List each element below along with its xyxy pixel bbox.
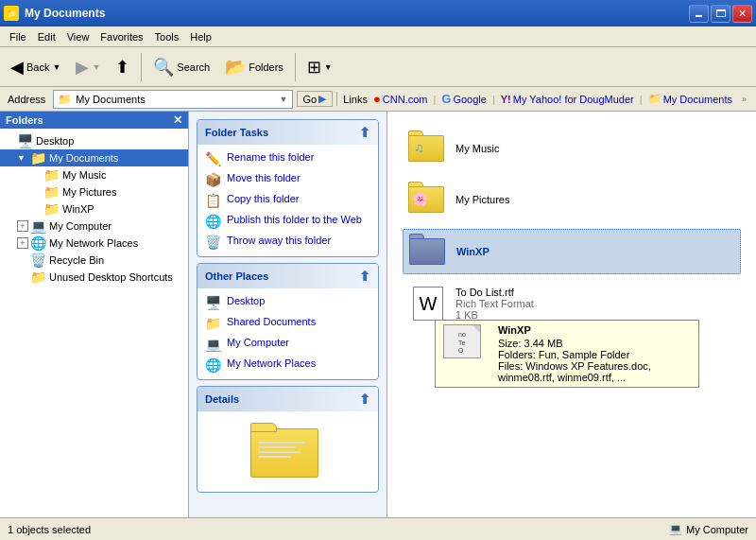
place-shareddocs[interactable]: 📁 Shared Documents	[203, 315, 372, 332]
google-link[interactable]: GGoogle	[441, 92, 487, 106]
mypictures-label: My Pictures	[455, 194, 509, 205]
other-places-title: Other Places	[205, 270, 268, 282]
tree-item-mydocs[interactable]: ▼ 📁 My Documents	[0, 149, 188, 166]
back-button[interactable]: ◀ Back ▼	[4, 53, 67, 81]
tree-label-winxp: WinXP	[62, 203, 94, 215]
tasks-scroll: Folder Tasks ⬆ ✏️ Rename this folder 📦 M…	[189, 112, 387, 517]
file-item-mymusic[interactable]: ♫ My Music	[403, 127, 741, 170]
file-item-winxp[interactable]: WinXP	[403, 229, 741, 274]
close-button[interactable]: ✕	[732, 5, 752, 23]
task-move[interactable]: 📦 Move this folder	[203, 171, 372, 188]
mypictures-folder-icon: 🌸	[408, 182, 448, 218]
expand-icon-mynetwork[interactable]: +	[17, 237, 28, 249]
right-panel: ♫ My Music 🌸 My Pictures WinXP	[387, 112, 756, 517]
up-button[interactable]: ⬆	[109, 53, 136, 81]
details-title: Details	[205, 393, 239, 405]
cnn-link[interactable]: ●CNN.com	[373, 92, 428, 106]
other-places-header[interactable]: Other Places ⬆	[198, 264, 378, 288]
copy-icon: 📋	[205, 193, 221, 208]
details-collapse-icon[interactable]: ⬆	[359, 392, 370, 407]
forward-dropdown-icon[interactable]: ▼	[92, 62, 100, 72]
shareddocs-icon: 📁	[205, 316, 221, 331]
task-copy[interactable]: 📋 Copy this folder	[203, 192, 372, 209]
status-text: 1 objects selected	[8, 524, 91, 535]
folders-icon: 📂	[225, 57, 246, 78]
folder-tasks-collapse-icon[interactable]: ⬆	[359, 125, 370, 140]
back-dropdown-icon[interactable]: ▼	[52, 62, 60, 72]
mynetwork-place-icon: 🌐	[205, 357, 221, 373]
folder-tab	[250, 423, 277, 432]
folder-tree: 🖥️ Desktop ▼ 📁 My Documents 📁 My Music 📁…	[0, 129, 188, 517]
mydocs-icon: 📁	[648, 93, 662, 105]
address-input[interactable]	[76, 94, 279, 105]
menu-view[interactable]: View	[61, 29, 95, 44]
tree-label-unused: Unused Desktop Shortcuts	[49, 271, 173, 283]
tree-label-mypictures: My Pictures	[62, 186, 116, 198]
address-dropdown-icon[interactable]: ▼	[280, 95, 288, 104]
tree-item-desktop[interactable]: 🖥️ Desktop	[0, 132, 188, 149]
google-icon: G	[441, 92, 451, 106]
unused-icon: 📁	[30, 270, 46, 285]
back-icon: ◀	[10, 57, 24, 78]
mymusic-icon: 📁	[43, 167, 60, 183]
tree-item-mynetwork[interactable]: + 🌐 My Network Places	[0, 235, 188, 252]
links-label: Links	[343, 94, 368, 105]
mypictures-icon: 📁	[43, 184, 60, 200]
other-places-collapse-icon[interactable]: ⬆	[359, 269, 370, 284]
forward-button[interactable]: ▶ ▼	[69, 53, 107, 81]
folder-body	[250, 428, 318, 478]
tree-item-recyclebin[interactable]: 🗑️ Recycle Bin	[0, 252, 188, 269]
tree-item-unused[interactable]: 📁 Unused Desktop Shortcuts	[0, 269, 188, 286]
tree-item-mymusic[interactable]: 📁 My Music	[0, 166, 188, 183]
place-desktop[interactable]: 🖥️ Desktop	[203, 294, 372, 311]
tree-item-mycomputer[interactable]: + 💻 My Computer	[0, 218, 188, 235]
menu-help[interactable]: Help	[184, 29, 217, 44]
tree-item-mypictures[interactable]: 📁 My Pictures	[0, 183, 188, 200]
file-item-mypictures[interactable]: 🌸 My Pictures	[403, 178, 741, 221]
tree-item-winxp[interactable]: 📁 WinXP	[0, 200, 188, 218]
go-button[interactable]: Go ▶	[297, 91, 334, 107]
menu-edit[interactable]: Edit	[32, 29, 61, 44]
menu-favorites[interactable]: Favorites	[94, 29, 148, 44]
search-button[interactable]: 🔍 Search	[146, 53, 216, 81]
place-mycomputer[interactable]: 💻 My Computer	[203, 336, 372, 353]
folders-panel-header: Folders ✕	[0, 112, 188, 129]
folders-button[interactable]: 📂 Folders	[218, 53, 290, 81]
task-rename[interactable]: ✏️ Rename this folder	[203, 150, 372, 167]
details-content	[198, 411, 378, 492]
yahoo-link[interactable]: Y!My Yahoo! for DougMuder	[501, 94, 634, 105]
publish-icon: 🌐	[205, 214, 221, 229]
tree-label-desktop: Desktop	[36, 135, 74, 147]
yahoo-icon: Y!	[501, 94, 511, 105]
up-icon: ⬆	[115, 57, 129, 78]
other-places-list: 🖥️ Desktop 📁 Shared Documents 💻 My Compu…	[198, 288, 378, 379]
folders-panel-close[interactable]: ✕	[173, 113, 182, 127]
mycomputer-place-icon: 💻	[205, 337, 221, 352]
links-more-icon[interactable]: »	[742, 95, 747, 104]
go-label: Go	[303, 94, 318, 105]
minimize-button[interactable]: 🗕	[689, 5, 709, 23]
winxp-folder-icon	[409, 234, 449, 270]
menu-tools[interactable]: Tools	[149, 29, 185, 44]
details-header[interactable]: Details ⬆	[198, 387, 378, 411]
tree-label-mynetwork: My Network Places	[49, 237, 138, 249]
folder-tasks-header[interactable]: Folder Tasks ⬆	[198, 120, 378, 145]
folder-tasks-section: Folder Tasks ⬆ ✏️ Rename this folder 📦 M…	[197, 119, 379, 257]
status-bar: 1 objects selected 💻 My Computer	[0, 517, 756, 540]
center-panel: Folder Tasks ⬆ ✏️ Rename this folder 📦 M…	[189, 112, 387, 517]
menu-file[interactable]: File	[4, 29, 32, 44]
mymusic-folder-icon: ♫	[408, 131, 448, 166]
mydocs-link[interactable]: 📁My Documents	[648, 93, 732, 105]
recyclebin-icon: 🗑️	[30, 253, 46, 268]
place-mynetwork[interactable]: 🌐 My Network Places	[203, 357, 372, 374]
view-button[interactable]: ⊞ ▼	[301, 53, 339, 81]
tree-label-recyclebin: Recycle Bin	[49, 254, 104, 266]
task-publish[interactable]: 🌐 Publish this folder to the Web	[203, 213, 372, 230]
status-computer-label: My Computer	[686, 524, 748, 535]
expand-icon-mydocs[interactable]: ▼	[17, 153, 30, 163]
expand-icon-mycomputer[interactable]: +	[17, 220, 28, 232]
task-throwaway[interactable]: 🗑️ Throw away this folder	[203, 234, 372, 251]
view-dropdown-icon[interactable]: ▼	[324, 62, 333, 72]
maximize-button[interactable]: 🗖	[711, 5, 730, 23]
task-publish-label: Publish this folder to the Web	[227, 214, 362, 225]
